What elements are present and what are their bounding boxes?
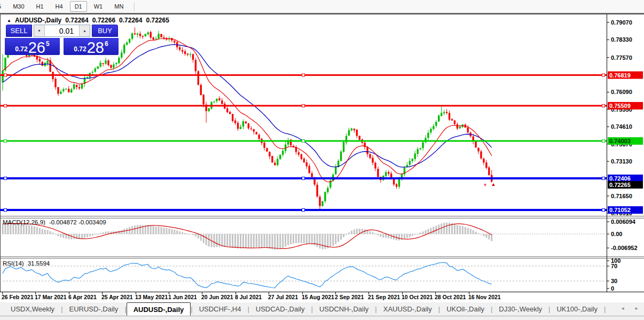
symbol-name: AUDUSD-,Daily <box>15 17 61 24</box>
price-axis-label: 0.73130 <box>611 158 632 165</box>
buy-button[interactable]: BUY <box>92 25 118 37</box>
macd-values: -0.004872 -0.003409 <box>49 219 106 225</box>
date-label: 26 Feb 2021 <box>2 294 34 300</box>
line-handle[interactable] <box>302 104 305 107</box>
lot-increase-button[interactable]: ▲ <box>79 25 90 36</box>
date-label: 28 Oct 2021 <box>435 294 466 300</box>
chart-tab-usdcnh-daily[interactable]: USDCNH-,Daily <box>313 302 375 316</box>
line-handle[interactable] <box>4 209 7 212</box>
buy-price-display[interactable]: 0.72 28 6 <box>64 38 119 55</box>
line-handle[interactable] <box>602 139 605 142</box>
chart-tab-eurusd-daily[interactable]: EURUSD-,Daily <box>63 302 125 316</box>
line-handle[interactable] <box>602 74 605 76</box>
sell-price-big: 26 <box>28 41 45 54</box>
lot-size-value[interactable]: 0.01 <box>45 25 79 36</box>
line-handle[interactable] <box>4 74 7 76</box>
price-level-badge: 0.74003 <box>609 138 631 144</box>
price-axis-label: 0.71650 <box>611 193 632 199</box>
chart-tab-bar: USDX,Weekly|EURUSD-,Daily|AUDUSD-,Daily|… <box>0 302 644 316</box>
lot-decrease-button[interactable]: ▼ <box>34 25 45 36</box>
chart-tab-usdx-weekly[interactable]: USDX,Weekly <box>4 302 61 316</box>
tab-scroll-left-icon[interactable]: ◄ <box>621 306 625 311</box>
date-label: 15 Aug 2021 <box>302 294 334 300</box>
macd-axis-label: 0.006094 <box>611 218 636 225</box>
line-handle[interactable] <box>302 177 305 179</box>
chart-background <box>0 14 644 302</box>
price-axis-label: 0.74610 <box>611 123 632 130</box>
rsi-axis-label: 70 <box>611 263 617 269</box>
line-handle[interactable] <box>602 177 605 179</box>
price-level-badge: 0.71052 <box>609 207 631 213</box>
tab-separator: | <box>604 302 606 316</box>
rsi-indicator-label: RSI(14) 31.5594 <box>3 260 50 267</box>
rsi-axis-label: 30 <box>611 278 617 284</box>
chart-tab-usdchf-h4[interactable]: USDCHF-,H4 <box>193 302 248 316</box>
date-label: 20 Jun 2021 <box>201 294 233 300</box>
ohlc-close: 0.72265 <box>146 17 169 24</box>
timeframe-button-h4[interactable]: H4 <box>51 1 68 12</box>
date-label: 25 Apr 2021 <box>101 294 133 300</box>
horizontal-line[interactable] <box>0 177 607 179</box>
rsi-name: RSI(14) <box>3 260 24 267</box>
buy-price-prefix: 0.72 <box>74 45 86 53</box>
macd-axis-label: 0.00 <box>611 231 622 237</box>
chart-tab-xauusd-daily[interactable]: XAUUSD-,Daily <box>377 302 438 316</box>
date-label: 17 Mar 2021 <box>35 294 67 300</box>
chart-tab-usdcad-daily[interactable]: USDCAD-,Daily <box>249 302 311 316</box>
price-axis-label: 0.79070 <box>611 19 632 26</box>
date-label: 10 Oct 2021 <box>402 294 433 300</box>
chart-tab-uk100-daily[interactable]: UK100-,Daily <box>550 302 604 316</box>
lot-size-control: ▼ 0.01 ▲ <box>34 25 90 37</box>
timeframe-button-h1[interactable]: H1 <box>32 1 49 12</box>
macd-axis-label: -0.006952 <box>611 245 638 251</box>
tab-scroll-right-icon[interactable]: ► <box>634 306 639 311</box>
date-label: 2 Sep 2021 <box>335 294 364 300</box>
chart-tab-audusd-daily[interactable]: AUDUSD-,Daily <box>127 302 191 316</box>
time-axis: 26 Feb 202117 Mar 20216 Apr 202125 Apr 2… <box>2 292 501 300</box>
sell-price-prefix: 0.72 <box>15 45 27 53</box>
price-level-badge: 0.76819 <box>609 72 631 79</box>
line-handle[interactable] <box>302 74 305 76</box>
timeframe-button-m30[interactable]: M30 <box>8 1 29 12</box>
line-handle[interactable] <box>602 104 605 107</box>
tab-scroll-arrows: ◄► <box>611 306 639 311</box>
timeframe-button-clipped[interactable]: 5 <box>0 1 6 12</box>
horizontal-line[interactable] <box>0 209 607 212</box>
one-click-trading-panel: SELL ▼ 0.01 ▲ BUY 0.72 26 5 0.72 28 6 <box>5 25 119 55</box>
chevron-down-icon: ▼ <box>37 29 41 33</box>
date-label: 13 May 2021 <box>135 294 168 300</box>
sell-button[interactable]: SELL <box>6 25 32 37</box>
chart-title-bar: ▲ AUDUSD-,Daily 0.72264 0.72266 0.72264 … <box>7 17 169 24</box>
collapse-icon[interactable]: ▲ <box>7 18 11 23</box>
rsi-axis-label: 0 <box>611 285 614 292</box>
date-label: 21 Sep 2021 <box>368 294 400 300</box>
rsi-value: 31.5594 <box>28 260 50 267</box>
buy-price-big: 28 <box>87 41 104 54</box>
date-label: 6 Apr 2021 <box>68 294 97 300</box>
chart-tab-ukoil-daily[interactable]: UKOil-,Daily <box>440 302 491 316</box>
price-level-badge: 0.72265 <box>609 182 631 188</box>
sell-price-sup: 5 <box>46 40 50 48</box>
timeframe-button-w1[interactable]: W1 <box>89 1 108 12</box>
macd-name: MACD(12,26,9) <box>3 219 45 225</box>
line-handle[interactable] <box>602 209 605 212</box>
date-label: 1 Jun 2021 <box>168 294 197 300</box>
price-level-badge: 0.72406 <box>609 175 631 182</box>
timeframe-button-mn[interactable]: MN <box>109 1 128 12</box>
chart-tab-dj30-weekly[interactable]: DJ30-,Weekly <box>492 302 548 316</box>
macd-indicator-label: MACD(12,26,9) -0.004872 -0.003409 <box>3 219 106 225</box>
price-axis-label: 0.76090 <box>611 89 632 95</box>
price-axis-label: 0.77570 <box>611 54 632 61</box>
date-label: 16 Nov 2021 <box>468 294 501 300</box>
line-handle[interactable] <box>4 139 7 142</box>
line-handle[interactable] <box>4 104 7 107</box>
line-handle[interactable] <box>302 139 305 142</box>
timeframe-button-d1[interactable]: D1 <box>70 1 87 12</box>
date-label: 8 Jul 2021 <box>235 294 262 300</box>
sell-price-display[interactable]: 0.72 26 5 <box>5 38 60 55</box>
date-label: 27 Jul 2021 <box>268 294 298 300</box>
chevron-up-icon: ▲ <box>83 29 87 33</box>
line-handle[interactable] <box>302 209 305 212</box>
line-handle[interactable] <box>4 177 7 179</box>
price-axis-label: 0.78330 <box>611 36 632 43</box>
